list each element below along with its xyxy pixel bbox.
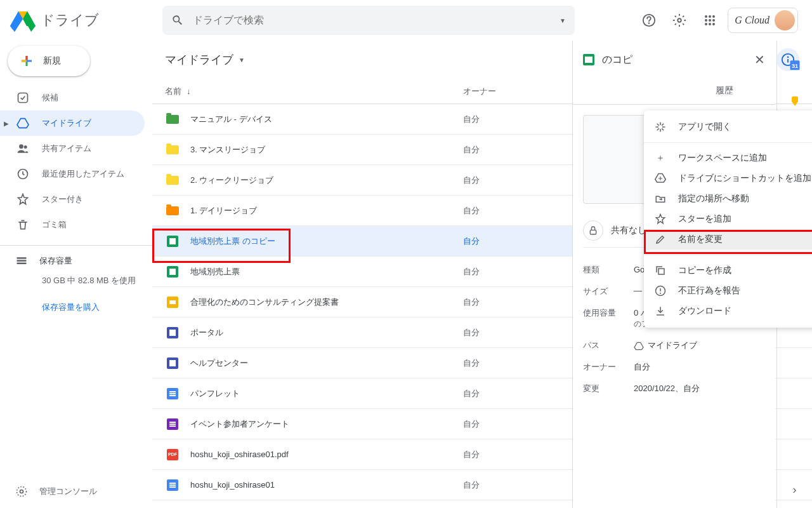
sheet-icon [165,266,180,277]
file-name: 1. デイリージョブ [190,205,463,217]
nav-recent[interactable]: 最近使用したアイテム [0,161,145,187]
file-name: 合理化のためのコンサルティング提案書 [190,297,463,308]
storage-icon [15,255,28,267]
buy-storage-link[interactable]: 保存容量を購入 [42,302,152,313]
nav-storage-link[interactable]: 保存容量 [15,255,152,267]
ctx-add-star[interactable]: スターを追加 [644,209,812,229]
collapse-rail[interactable]: › [793,483,797,497]
separator [644,255,812,255]
nav-admin[interactable]: 管理コンソール [15,485,97,498]
column-owner[interactable]: オーナー [463,86,539,97]
nav-label: 最近使用したアイテム [42,168,124,180]
ctx-report[interactable]: 不正行為を報告 [644,281,812,301]
tab-history[interactable]: 履歴 [674,79,776,104]
details-title: のコピ [602,53,632,67]
breadcrumb[interactable]: マイドライブ▼ [165,52,245,67]
file-owner: 自分 [463,327,480,338]
settings-icon[interactable] [667,8,692,33]
folder-icon [165,176,180,185]
file-owner: 自分 [463,418,480,430]
file-owner: 自分 [463,236,480,247]
plus-icon [19,53,34,69]
breadcrumb-label: マイドライブ [165,52,233,67]
ctx-download[interactable]: ダウンロード [644,301,812,321]
nav-trash[interactable]: ゴミ箱 [0,212,145,237]
file-owner: 自分 [463,388,480,399]
file-owner: 自分 [463,358,480,369]
svg-point-22 [712,23,715,25]
column-name[interactable]: 名前↓ [165,86,463,97]
svg-point-17 [705,19,707,22]
nav-shared[interactable]: 共有アイテム [0,136,145,161]
meta-label: サイズ [583,286,634,297]
svg-point-35 [17,487,27,497]
search-input[interactable] [193,15,560,26]
ctx-move-to[interactable]: 指定の場所へ移動 [644,189,812,209]
drive-icon [15,117,30,129]
chevron-right-icon: ▶ [4,120,9,127]
separator [644,142,812,143]
file-name: ポータル [190,327,463,338]
apps-icon[interactable] [697,8,723,33]
copy-icon [654,265,667,276]
sidebar: 新規 候補 ▶マイドライブ 共有アイテム 最近使用したアイテム スター付き ゴミ… [0,41,152,508]
sheet-icon [583,54,596,65]
keep-addon[interactable] [783,90,806,113]
ctx-make-copy[interactable]: コピーを作成 [644,260,812,281]
nav-label: スター付き [42,194,83,205]
meta-value: 自分 [634,361,765,373]
trash-icon [15,218,30,231]
meta-label: オーナー [583,361,634,373]
header: ドライブ ▼ G Cloud [0,0,812,41]
ctx-rename[interactable]: 名前を変更 [644,229,812,250]
ctx-add-shortcut[interactable]: ドライブにショートカットを追加? [644,168,812,189]
close-button[interactable]: ✕ [754,52,765,67]
ctx-open-with[interactable]: アプリで開く› [644,117,812,137]
header-actions: G Cloud [636,8,802,33]
svg-rect-33 [17,263,27,265]
svg-point-15 [709,15,711,18]
search-box[interactable]: ▼ [162,6,575,35]
shortcut-icon [654,173,667,184]
details-tabs: 詳細 履歴 [573,79,775,105]
doc-icon [165,479,180,491]
svg-point-21 [709,23,711,25]
meta-label: 種類 [583,264,634,276]
app-name: ドライブ [41,11,99,30]
site-icon [165,327,180,338]
storage-usage: 30 GB 中 82.8 MB を使用 [42,275,152,286]
meta-value[interactable]: マイドライブ [634,340,765,351]
file-owner: 自分 [463,175,480,186]
calendar-addon[interactable]: 31 [783,53,806,76]
new-button[interactable]: 新規 [8,46,90,76]
svg-point-12 [649,23,650,23]
file-owner: 自分 [463,297,480,308]
svg-point-19 [712,19,715,22]
nav-mydrive[interactable]: ▶マイドライブ [0,110,145,136]
nav-starred[interactable]: スター付き [0,187,145,212]
move-icon [654,193,667,204]
file-name: イベント参加者アンケート [190,418,463,430]
account-chip[interactable]: G Cloud [728,8,798,33]
meta-value: 2020/10/22、自分 [634,383,765,394]
svg-rect-27 [18,93,28,103]
pdf-icon: PDF [165,449,180,460]
svg-point-34 [20,490,23,493]
app-logo[interactable]: ドライブ [10,9,162,32]
ctx-add-workspace[interactable]: ＋ワークスペースに追加› [644,148,812,168]
meta-label: パス [583,340,634,351]
search-icon [171,14,184,27]
slide-icon [165,297,180,308]
svg-point-28 [19,144,23,149]
nav-label: マイドライブ [42,117,91,129]
ctx-label: 名前を変更 [678,234,723,245]
nav-label: ゴミ箱 [42,219,67,231]
folder-icon [165,145,180,154]
ctx-label: コピーを作成 [678,265,731,276]
ctx-label: ドライブにショートカットを追加 [678,173,811,184]
file-owner: 自分 [463,449,480,460]
help-icon[interactable] [636,8,662,33]
sheet-icon [165,236,180,247]
file-owner: 自分 [463,114,480,125]
nav-priority[interactable]: 候補 [0,85,145,110]
